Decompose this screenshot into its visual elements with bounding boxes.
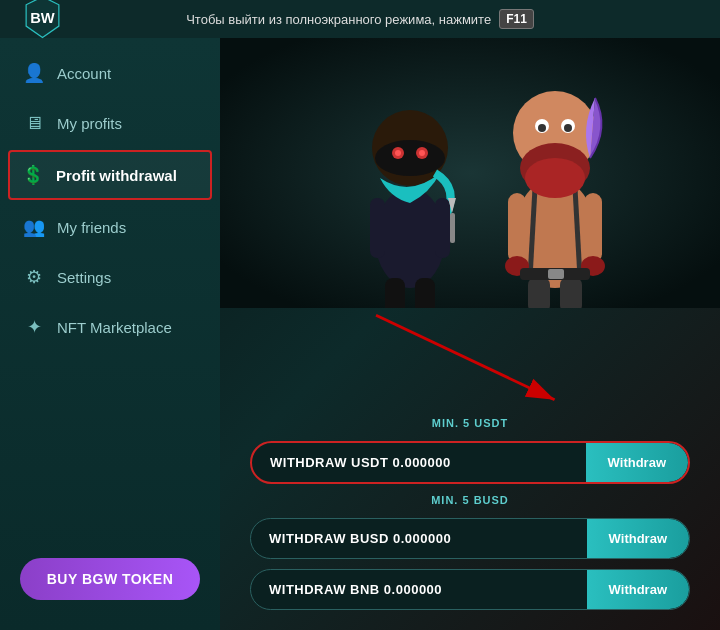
friends-icon: 👥	[23, 216, 45, 238]
svg-rect-30	[560, 276, 582, 308]
bnb-withdraw-label: WITHDRAW BNB 0.000000	[251, 570, 587, 609]
settings-icon: ⚙	[23, 266, 45, 288]
svg-rect-11	[450, 213, 455, 243]
account-icon: 👤	[23, 62, 45, 84]
busd-withdraw-row: WITHDRAW BUSD 0.000000 Withdraw	[250, 518, 690, 559]
svg-rect-1	[220, 38, 720, 308]
sidebar-item-settings[interactable]: ⚙ Settings	[0, 252, 220, 302]
sidebar-item-label: My profits	[57, 115, 122, 132]
svg-rect-29	[528, 276, 550, 308]
buy-bgw-token-button[interactable]: BUY BGW TOKEN	[20, 558, 200, 600]
sidebar-item-label: Profit withdrawal	[56, 167, 177, 184]
sidebar-item-my-friends[interactable]: 👥 My friends	[0, 202, 220, 252]
top-notification-bar: BW Чтобы выйти из полноэкранного режима,…	[0, 0, 720, 38]
sidebar-item-my-profits[interactable]: 🖥 My profits	[0, 98, 220, 148]
busd-withdraw-button[interactable]: Withdraw	[587, 519, 689, 558]
nft-icon: ✦	[23, 316, 45, 338]
svg-point-23	[538, 124, 546, 132]
svg-rect-10	[435, 198, 450, 258]
svg-rect-9	[370, 198, 385, 258]
main-content: MIN. 5 USDT WITHDRAW USDT 0.000000 Withd…	[220, 38, 720, 630]
f11-badge: F11	[499, 9, 534, 29]
bnb-withdraw-button[interactable]: Withdraw	[587, 570, 689, 609]
usdt-withdraw-row: WITHDRAW USDT 0.000000 Withdraw	[250, 441, 690, 484]
svg-rect-25	[508, 193, 526, 263]
usdt-section-label: MIN. 5 USDT	[250, 417, 690, 429]
svg-point-24	[564, 124, 572, 132]
sidebar-item-label: Settings	[57, 269, 111, 286]
sidebar-item-profit-withdrawal[interactable]: 💲 Profit withdrawal	[8, 150, 212, 200]
sidebar-item-label: Account	[57, 65, 111, 82]
sidebar-item-label: My friends	[57, 219, 126, 236]
busd-withdraw-label: WITHDRAW BUSD 0.000000	[251, 519, 587, 558]
svg-point-7	[395, 150, 401, 156]
app-logo: BW	[20, 0, 65, 43]
svg-point-20	[525, 158, 585, 198]
usdt-withdraw-label: WITHDRAW USDT 0.000000	[252, 443, 586, 482]
sidebar-item-nft-marketplace[interactable]: ✦ NFT Marketplace	[0, 302, 220, 352]
profits-icon: 🖥	[23, 112, 45, 134]
bnb-withdraw-row: WITHDRAW BNB 0.000000 Withdraw	[250, 569, 690, 610]
busd-section-label: MIN. 5 BUSD	[250, 494, 690, 506]
sidebar-item-label: NFT Marketplace	[57, 319, 172, 336]
svg-rect-32	[548, 269, 564, 279]
svg-text:BW: BW	[30, 10, 55, 26]
svg-rect-14	[415, 278, 435, 308]
characters-illustration	[220, 38, 720, 318]
withdrawal-panel: MIN. 5 USDT WITHDRAW USDT 0.000000 Withd…	[220, 402, 720, 630]
svg-rect-13	[385, 278, 405, 308]
notification-text: Чтобы выйти из полноэкранного режима, на…	[186, 12, 491, 27]
sidebar: 👤 Account 🖥 My profits 💲 Profit withdraw…	[0, 38, 220, 630]
sidebar-item-account[interactable]: 👤 Account	[0, 48, 220, 98]
withdrawal-icon: 💲	[22, 164, 44, 186]
svg-point-4	[375, 140, 445, 176]
usdt-withdraw-button[interactable]: Withdraw	[586, 443, 688, 482]
svg-point-8	[419, 150, 425, 156]
svg-rect-26	[584, 193, 602, 263]
